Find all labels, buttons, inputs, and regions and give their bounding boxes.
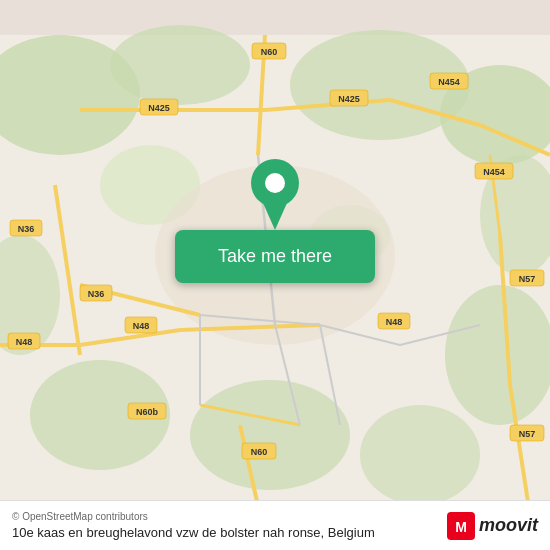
svg-text:N57: N57 <box>519 274 536 284</box>
location-name: 10e kaas en breughelavond vzw de bolster… <box>12 525 375 540</box>
svg-text:N60: N60 <box>261 47 278 57</box>
svg-text:N60: N60 <box>251 447 268 457</box>
svg-text:N36: N36 <box>18 224 35 234</box>
action-button-container: Take me there <box>155 155 395 283</box>
svg-point-7 <box>360 405 480 505</box>
copyright-text: © OpenStreetMap contributors <box>12 511 375 522</box>
svg-point-6 <box>445 285 550 425</box>
location-info: © OpenStreetMap contributors 10e kaas en… <box>12 511 375 540</box>
svg-point-65 <box>265 173 285 193</box>
map-pin-icon <box>245 155 305 230</box>
svg-text:N454: N454 <box>483 167 505 177</box>
moovit-logo: M moovit <box>447 512 538 540</box>
svg-text:N57: N57 <box>519 429 536 439</box>
moovit-brand-text: moovit <box>479 515 538 536</box>
svg-text:N48: N48 <box>16 337 33 347</box>
svg-text:N60b: N60b <box>136 407 159 417</box>
svg-text:M: M <box>455 519 467 535</box>
svg-text:N454: N454 <box>438 77 460 87</box>
svg-point-10 <box>190 380 350 490</box>
take-me-there-button[interactable]: Take me there <box>175 230 375 283</box>
svg-text:N48: N48 <box>133 321 150 331</box>
moovit-icon: M <box>447 512 475 540</box>
svg-text:N425: N425 <box>338 94 360 104</box>
map-container: N60 N454 N425 N425 N454 N36 N36 N48 <box>0 0 550 550</box>
svg-marker-66 <box>263 203 287 230</box>
svg-text:N36: N36 <box>88 289 105 299</box>
svg-text:N425: N425 <box>148 103 170 113</box>
svg-text:N48: N48 <box>386 317 403 327</box>
bottom-info-bar: © OpenStreetMap contributors 10e kaas en… <box>0 500 550 550</box>
svg-point-2 <box>110 25 250 105</box>
